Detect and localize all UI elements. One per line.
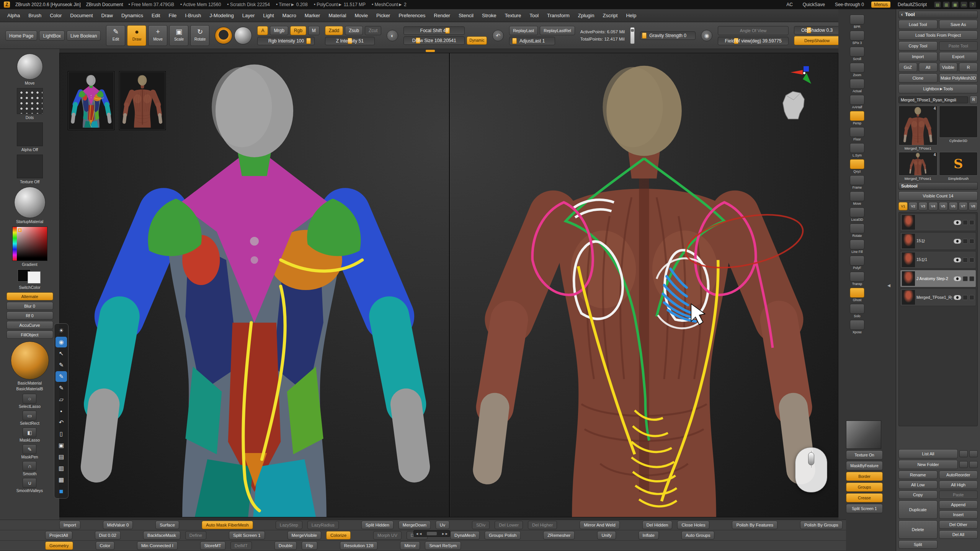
eye-icon[interactable]: ◉ bbox=[56, 337, 67, 347]
bottom-bar-button[interactable]: Polish By Groups bbox=[800, 521, 843, 529]
channel-button[interactable]: Rgb bbox=[290, 26, 306, 35]
pencil-icon[interactable]: ✎ bbox=[56, 383, 67, 393]
menu-item[interactable]: Zplugin bbox=[574, 11, 599, 20]
right-shelf-button[interactable]: L.Sym bbox=[850, 143, 864, 157]
axis-gizmo[interactable] bbox=[790, 64, 814, 85]
stamp-icon[interactable]: ▣ bbox=[56, 440, 67, 451]
tool-thumbnail[interactable]: 4 Merged_TPose1 bbox=[898, 106, 938, 150]
menu-item[interactable]: Picker bbox=[372, 11, 394, 20]
current-material[interactable]: BasicMaterial BasicMaterialB bbox=[11, 341, 49, 391]
document-canvas[interactable] bbox=[59, 53, 838, 517]
focal-shift-icon[interactable]: ◐ bbox=[387, 30, 398, 41]
bottom-bar-button[interactable]: Unify bbox=[597, 531, 616, 540]
bottom-bar-button[interactable]: MergeDown bbox=[399, 521, 431, 529]
polypaint-toggle-icon[interactable] bbox=[963, 258, 968, 262]
brush-shortcut[interactable]: ∪ SmoothValleys bbox=[16, 478, 43, 493]
bottom-bar-button[interactable]: Close Holes bbox=[677, 521, 709, 529]
right-shelf-button[interactable]: Move bbox=[850, 191, 864, 205]
insert-button[interactable]: Insert bbox=[939, 510, 978, 519]
right-shelf-button[interactable]: Persp bbox=[850, 111, 864, 125]
shelf-tile[interactable]: Texture Off bbox=[17, 155, 43, 184]
bottom-bar-button[interactable]: Resolution 128 bbox=[340, 541, 378, 550]
bottom-bar-button[interactable]: Uv bbox=[436, 521, 449, 529]
menu-item[interactable]: Material bbox=[324, 11, 350, 20]
tool-action-button[interactable]: GoZ bbox=[898, 63, 917, 72]
bottom-bar-button[interactable]: Del Higher bbox=[528, 521, 557, 529]
mode-button[interactable]: ● Draw bbox=[127, 25, 146, 46]
right-shelf-button[interactable]: Transp bbox=[850, 272, 864, 286]
hue-strip[interactable] bbox=[13, 227, 17, 261]
lightbulb-icon[interactable]: ☀ bbox=[56, 325, 67, 336]
right-shelf-button[interactable]: PolyF bbox=[850, 256, 864, 270]
bottom-bar-button[interactable]: Morph UV bbox=[373, 531, 402, 540]
right-shelf-button[interactable]: Qxyz bbox=[850, 159, 864, 173]
shelf-tile[interactable]: Move bbox=[17, 54, 43, 85]
bottom-bar-button[interactable]: Auto Mask FiberMesh bbox=[202, 521, 253, 529]
tool-action-button[interactable]: Load Tools From Project bbox=[898, 31, 978, 40]
tool-action-button[interactable]: All bbox=[919, 63, 938, 72]
bottom-bar-button[interactable]: Geometry bbox=[45, 541, 73, 550]
tool-action-button[interactable]: Visible bbox=[939, 63, 958, 72]
subtool-row[interactable]: 15강 bbox=[900, 232, 976, 250]
menu-item[interactable]: Stencil bbox=[454, 11, 478, 20]
bottom-bar-button[interactable]: Color bbox=[96, 541, 114, 550]
bottom-bar-button[interactable]: Split Screen 1 bbox=[229, 531, 265, 540]
new-folder-button[interactable]: New Folder bbox=[898, 460, 958, 469]
menu-item[interactable]: Layer bbox=[238, 11, 259, 20]
texture-on-button[interactable]: Texture On bbox=[846, 450, 883, 460]
menu-item[interactable]: Render bbox=[430, 11, 454, 20]
visibility-eye-icon[interactable] bbox=[954, 220, 961, 225]
delete-button[interactable]: Delete bbox=[898, 520, 938, 539]
right-shelf-button[interactable]: Ghost bbox=[850, 288, 864, 302]
auto-reorder-button[interactable]: AutoReorder bbox=[939, 471, 978, 479]
subtool-row[interactable]: 15강1 bbox=[900, 251, 976, 269]
adjust-last-slider[interactable]: AdjustLast 1 bbox=[509, 37, 555, 45]
scrollbar-thumb[interactable] bbox=[427, 532, 437, 535]
dot-icon[interactable]: • bbox=[56, 406, 67, 416]
uv-toggle-icon[interactable] bbox=[969, 239, 974, 244]
brush-shortcut[interactable]: ✎ MaskPen bbox=[21, 444, 38, 459]
colorized-model-thumbnail[interactable] bbox=[68, 72, 114, 130]
tool-action-button[interactable]: Copy Tool bbox=[898, 41, 938, 51]
color-swatch-blue[interactable]: ■ bbox=[56, 486, 67, 497]
subtool-view-tab[interactable]: V2 bbox=[908, 202, 918, 210]
titlebar-button[interactable]: DefaultZScript bbox=[895, 2, 929, 8]
cursor-icon[interactable]: ↖ bbox=[56, 348, 67, 359]
tool-thumbnail[interactable]: 4 Merged_TPose1 bbox=[898, 152, 938, 181]
stroke-replay-button[interactable]: ReplayLast bbox=[509, 26, 538, 35]
uv-toggle-icon[interactable] bbox=[969, 258, 974, 262]
bottom-bar-button[interactable]: ProjectAll bbox=[45, 531, 72, 540]
folder-down-icon[interactable] bbox=[969, 461, 978, 468]
bottom-bar-button[interactable]: Min Connected I bbox=[137, 541, 178, 550]
pen-cursor-icon[interactable]: ✎ bbox=[56, 360, 67, 370]
right-shelf-button[interactable]: Solo bbox=[850, 304, 864, 318]
split-screen-scrollbar[interactable]: ◄◄ ►► bbox=[413, 530, 450, 537]
highlighter-icon[interactable]: ✎ bbox=[56, 371, 67, 382]
brush-shortcut[interactable]: ◧ MaskLasso bbox=[20, 427, 40, 442]
right-shelf-button[interactable]: BPR bbox=[850, 15, 864, 29]
subtool-view-tab[interactable]: V4 bbox=[928, 202, 938, 210]
gradient-picker-area[interactable] bbox=[12, 227, 47, 261]
stroke-replay-button[interactable]: ReplayLastRel bbox=[540, 26, 575, 35]
scroll-up-icon[interactable] bbox=[959, 450, 968, 457]
mode-button[interactable]: ▣ Scale bbox=[169, 25, 188, 46]
menu-item[interactable]: J-Modeling bbox=[205, 11, 238, 20]
shelf-button[interactable]: FillObject bbox=[7, 331, 53, 339]
deep-shadow-button[interactable]: DeepShadow bbox=[794, 36, 840, 45]
z-intensity-slider[interactable]: Z Intensity 51 bbox=[325, 37, 375, 45]
bottom-bar-button[interactable]: Groups Polish bbox=[485, 531, 521, 540]
mode-button[interactable]: + Move bbox=[148, 25, 167, 46]
split-screen-button[interactable]: Split Screen 1 bbox=[846, 504, 883, 513]
shelf-tile[interactable]: Alpha Off bbox=[17, 122, 43, 152]
color-picker[interactable]: Gradient bbox=[12, 227, 47, 267]
menu-item[interactable]: Tool bbox=[525, 11, 543, 20]
bottom-bar-button[interactable]: Del Lower bbox=[495, 521, 523, 529]
titlebar-button[interactable]: QuickSave bbox=[800, 2, 828, 8]
visibility-eye-icon[interactable] bbox=[954, 258, 961, 262]
viewport-right-anatomy-model[interactable] bbox=[449, 53, 839, 517]
nav-button[interactable]: LightBox bbox=[39, 31, 65, 41]
menu-item[interactable]: Movie bbox=[350, 11, 372, 20]
right-shelf-button[interactable]: Rotate bbox=[850, 223, 864, 238]
bottom-bar-button[interactable]: Split Hidden bbox=[361, 521, 394, 529]
shelf-button[interactable]: Alternate bbox=[7, 292, 53, 300]
